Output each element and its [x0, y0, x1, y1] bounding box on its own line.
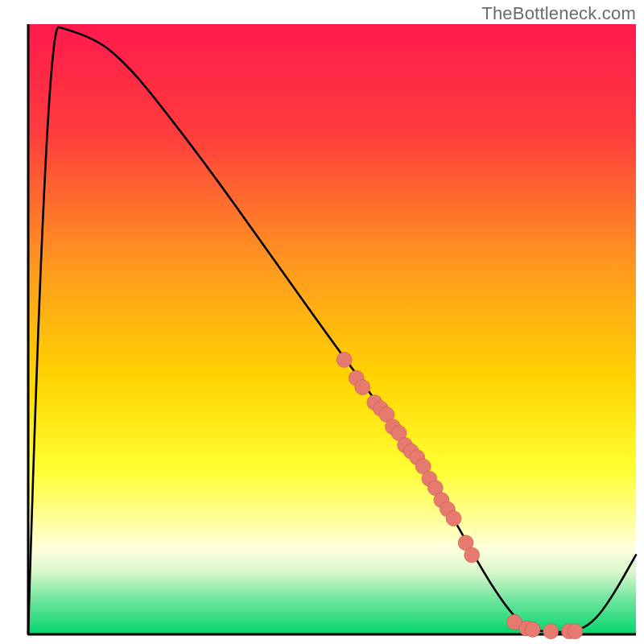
- data-point: [446, 510, 461, 526]
- bottleneck-chart: [0, 0, 644, 644]
- data-point: [336, 352, 352, 367]
- data-point: [464, 547, 480, 563]
- chart-stage: TheBottleneck.com: [0, 0, 644, 644]
- chart-background: [28, 24, 636, 634]
- data-point: [568, 624, 583, 639]
- data-point: [355, 380, 370, 395]
- data-point: [543, 624, 559, 639]
- data-point: [525, 621, 540, 637]
